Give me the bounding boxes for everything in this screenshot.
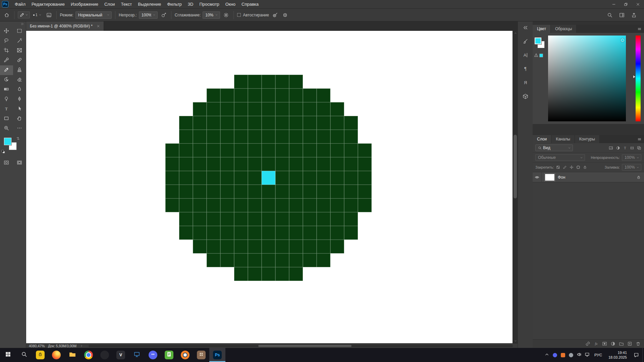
- gradient-tool[interactable]: [0, 85, 13, 95]
- home-icon[interactable]: [3, 11, 11, 19]
- scroll-down-icon[interactable]: [513, 339, 518, 343]
- minimize-icon[interactable]: [608, 0, 620, 9]
- screen-mode-button[interactable]: [13, 158, 26, 167]
- lock-position-icon[interactable]: [570, 165, 574, 169]
- tab-channels[interactable]: Каналы: [551, 135, 575, 143]
- hand-tool[interactable]: [13, 114, 26, 124]
- layer-group-icon[interactable]: [619, 341, 624, 346]
- marquee-tool[interactable]: [13, 26, 26, 36]
- fill-dropdown[interactable]: 100%: [622, 164, 641, 171]
- paragraph-panel-icon[interactable]: ¶: [520, 64, 530, 73]
- lasso-tool[interactable]: [0, 36, 13, 46]
- taskbar-browser-chrome[interactable]: [80, 348, 97, 362]
- lock-artboard-icon[interactable]: [576, 165, 580, 169]
- smart-filter-icon[interactable]: [637, 146, 641, 150]
- web-safe-swatch[interactable]: [539, 54, 543, 57]
- restore-icon[interactable]: [620, 0, 632, 9]
- opacity-dropdown[interactable]: 100%: [139, 11, 158, 19]
- panel-menu-icon[interactable]: [637, 137, 642, 141]
- foreground-color-swatch[interactable]: [4, 138, 11, 145]
- show-desktop-button[interactable]: [642, 348, 644, 362]
- layer-effects-icon[interactable]: fx: [594, 341, 599, 346]
- blend-mode-dropdown[interactable]: Нормальный: [75, 11, 112, 19]
- healing-tool[interactable]: [13, 56, 26, 65]
- smoothing-dropdown[interactable]: 10%: [203, 11, 220, 19]
- shape-filter-icon[interactable]: [630, 146, 634, 150]
- color-cursor[interactable]: [621, 39, 624, 42]
- vertical-scrollbar[interactable]: [513, 31, 518, 343]
- pen-tool[interactable]: [13, 95, 26, 104]
- menu-item-5[interactable]: Текст: [118, 0, 135, 8]
- default-colors-icon[interactable]: [1, 149, 5, 154]
- menu-item-3[interactable]: Изображение: [68, 0, 101, 8]
- menu-item-2[interactable]: Редактирование: [29, 0, 68, 8]
- tab-layers[interactable]: Слои: [533, 135, 551, 143]
- layer-name[interactable]: Фон: [558, 175, 565, 180]
- new-layer-icon[interactable]: [627, 341, 632, 346]
- wand-tool[interactable]: [13, 36, 26, 46]
- blur-tool[interactable]: [13, 85, 26, 95]
- rectangle-tool[interactable]: [0, 114, 13, 124]
- auto-erase-checkbox[interactable]: [237, 13, 241, 17]
- layer-blend-mode-dropdown[interactable]: Обычные: [535, 154, 585, 161]
- character-panel-icon[interactable]: A: [520, 51, 530, 59]
- pressure-size-icon[interactable]: [271, 11, 279, 19]
- paint-symmetry-icon[interactable]: [281, 11, 289, 19]
- tray-hidden-icons[interactable]: [543, 348, 551, 362]
- menu-item-11[interactable]: Справка: [238, 0, 262, 8]
- zoom-tool[interactable]: [0, 124, 13, 133]
- workspace-switcher-icon[interactable]: [618, 11, 626, 19]
- taskbar-clock[interactable]: 19:41 18.03.2025: [605, 348, 630, 362]
- saturation-brightness-field[interactable]: [548, 36, 626, 121]
- taskbar-app-texture[interactable]: [193, 348, 209, 362]
- ellipsis-tool[interactable]: [13, 124, 26, 133]
- smoothing-options-gear-icon[interactable]: [222, 11, 230, 19]
- tray-volume[interactable]: [575, 348, 583, 362]
- visibility-eye-icon[interactable]: [533, 172, 542, 182]
- eraser-tool[interactable]: [13, 75, 26, 85]
- foreground-color-swatch[interactable]: [535, 38, 541, 44]
- close-tab-icon[interactable]: [97, 24, 100, 28]
- brush-settings-icon[interactable]: [45, 11, 53, 19]
- pencil-tool[interactable]: [0, 65, 13, 75]
- move-tool[interactable]: [0, 26, 13, 36]
- tab-swatches[interactable]: Образцы: [551, 25, 577, 33]
- brush-size-picker[interactable]: 1: [32, 13, 43, 17]
- layer-mask-icon[interactable]: [602, 341, 607, 346]
- stamp-tool[interactable]: [13, 65, 26, 75]
- taskbar-photoshop[interactable]: Ps: [209, 348, 225, 362]
- taskbar-browser-vivaldi[interactable]: V: [113, 348, 129, 362]
- menu-item-10[interactable]: Окно: [222, 0, 238, 8]
- tray-device[interactable]: [567, 348, 575, 362]
- taskbar-discord[interactable]: [145, 348, 161, 362]
- toolbar-collapse-icon[interactable]: [20, 22, 24, 26]
- tray-discord[interactable]: [551, 348, 559, 362]
- lock-pixels-icon[interactable]: [563, 165, 567, 169]
- menu-item-9[interactable]: Просмотр: [196, 0, 222, 8]
- horizontal-scroll-thumb[interactable]: [258, 345, 352, 347]
- glyphs-panel-icon[interactable]: Я: [520, 78, 530, 87]
- taskbar-search[interactable]: [16, 348, 32, 362]
- taskbar-blender[interactable]: [177, 348, 193, 362]
- pixel-filter-icon[interactable]: [609, 146, 613, 150]
- tray-network[interactable]: [583, 348, 591, 362]
- tab-color[interactable]: Цвет: [533, 25, 551, 33]
- taskbar-app-notes[interactable]: [161, 348, 177, 362]
- language-indicator[interactable]: РУС: [591, 348, 605, 362]
- pressure-opacity-icon[interactable]: [160, 11, 168, 19]
- tab-paths[interactable]: Контуры: [575, 135, 600, 143]
- gamut-warning-icon[interactable]: [534, 53, 538, 57]
- scroll-up-icon[interactable]: [513, 31, 518, 36]
- taskbar-file-explorer[interactable]: [64, 348, 80, 362]
- taskbar-app-dark[interactable]: [97, 348, 113, 362]
- swap-colors-icon[interactable]: [16, 136, 20, 140]
- type-tool[interactable]: T: [0, 104, 13, 114]
- hue-slider-arrow[interactable]: [633, 75, 635, 78]
- brushes-panel-icon[interactable]: [520, 37, 530, 46]
- taskbar-start[interactable]: [0, 348, 16, 362]
- horizontal-scrollbar[interactable]: [89, 345, 513, 347]
- frame-tool[interactable]: [13, 46, 26, 56]
- layer-thumbnail[interactable]: [545, 174, 555, 181]
- collapse-left-icon[interactable]: [520, 23, 530, 32]
- type-filter-icon[interactable]: T: [623, 146, 627, 150]
